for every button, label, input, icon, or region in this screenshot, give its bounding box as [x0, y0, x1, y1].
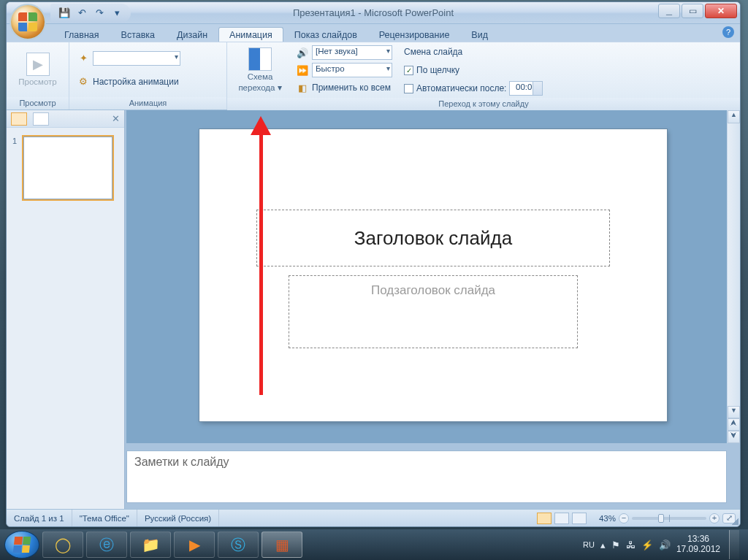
- speed-icon: ⏩: [296, 64, 309, 76]
- outline-tab-outline-icon[interactable]: [33, 112, 49, 126]
- maximize-button[interactable]: ▭: [682, 4, 703, 18]
- apply-all-icon: ◧: [296, 82, 309, 93]
- status-language[interactable]: Русский (Россия): [137, 510, 219, 526]
- preview-label: Просмотр: [18, 77, 57, 87]
- custom-animation-icon: ⚙: [77, 76, 90, 88]
- tray-date: 17.09.2012: [676, 545, 720, 555]
- apply-all-label: Применить ко всем: [312, 83, 391, 93]
- tray-flag-icon[interactable]: ⚑: [611, 540, 620, 551]
- zoom-in-icon[interactable]: +: [709, 513, 720, 523]
- taskbar-chrome-icon[interactable]: ◯: [42, 532, 83, 558]
- transition-sound-dropdown[interactable]: 🔊 [Нет звука]: [296, 45, 392, 61]
- thumbnails-close-icon[interactable]: ✕: [112, 113, 120, 124]
- taskbar-ie-icon[interactable]: ⓔ: [86, 532, 127, 558]
- advance-slide-heading: Смена слайда: [404, 44, 543, 60]
- scroll-up-icon[interactable]: ▲: [728, 110, 740, 123]
- windows-logo-icon: [13, 537, 31, 553]
- animate-icon: ✦: [77, 53, 90, 64]
- auto-after-checkbox[interactable]: Автоматически после: 00:00: [404, 80, 543, 96]
- sound-icon: 🔊: [296, 47, 309, 58]
- transition-scheme-l2: перехода ▾: [238, 83, 281, 93]
- prev-slide-icon[interactable]: ⮝: [728, 418, 740, 431]
- thumb-number: 1: [12, 137, 17, 145]
- on-click-label: По щелчку: [416, 65, 459, 75]
- preview-button[interactable]: ▶ Просмотр: [11, 45, 64, 95]
- tab-design[interactable]: Дизайн: [166, 27, 218, 42]
- slide-canvas[interactable]: Заголовок слайда Подзаголовок слайда: [199, 129, 667, 421]
- title-placeholder[interactable]: Заголовок слайда: [256, 210, 610, 266]
- group-preview: Просмотр: [7, 97, 69, 110]
- taskbar-wmp-icon[interactable]: ▶: [174, 532, 215, 558]
- scroll-down-icon[interactable]: ▼: [728, 406, 740, 418]
- redo-icon[interactable]: ↷: [93, 7, 106, 20]
- status-slide: Слайд 1 из 1: [7, 510, 72, 526]
- on-click-checkbox[interactable]: ✓ По щелчку: [404, 62, 543, 78]
- start-button[interactable]: [4, 531, 39, 559]
- undo-icon[interactable]: ↶: [75, 7, 88, 20]
- tab-slideshow[interactable]: Показ слайдов: [283, 27, 368, 42]
- tray-time: 13:36: [676, 534, 720, 545]
- transition-scheme-button[interactable]: Схема перехода ▾: [232, 45, 289, 95]
- sorter-view-icon[interactable]: [554, 513, 569, 524]
- next-slide-icon[interactable]: ⮟: [728, 431, 740, 443]
- qat-more-icon[interactable]: ▾: [110, 7, 123, 20]
- tab-review[interactable]: Рецензирование: [368, 27, 461, 42]
- group-transition: Переход к этому слайду: [227, 98, 740, 110]
- slideshow-view-icon[interactable]: [572, 513, 587, 524]
- taskbar-powerpoint-icon[interactable]: ▦: [262, 532, 302, 558]
- tab-insert[interactable]: Вставка: [110, 27, 166, 42]
- close-button[interactable]: ✕: [705, 4, 737, 18]
- apply-to-all-button[interactable]: ◧ Применить ко всем: [296, 80, 392, 96]
- transition-scheme-icon: [248, 47, 272, 71]
- tray-network-icon[interactable]: 🖧: [626, 540, 636, 551]
- vertical-scrollbar[interactable]: ▲ ▼ ⮝ ⮟: [727, 110, 740, 443]
- office-button[interactable]: [9, 4, 46, 40]
- tab-home[interactable]: Главная: [53, 27, 110, 42]
- tab-animation[interactable]: Анимация: [218, 27, 283, 42]
- outline-tab-slides-icon[interactable]: [11, 112, 27, 126]
- normal-view-icon[interactable]: [537, 513, 552, 524]
- status-theme: "Тема Office": [72, 510, 137, 526]
- auto-after-label: Автоматически после:: [416, 83, 506, 93]
- minimize-button[interactable]: ＿: [658, 4, 680, 18]
- group-animation: Анимация: [69, 97, 226, 110]
- taskbar-explorer-icon[interactable]: 📁: [130, 532, 171, 558]
- custom-animation-label: Настройка анимации: [93, 77, 179, 87]
- tray-clock[interactable]: 13:36 17.09.2012: [676, 534, 720, 555]
- transition-speed-value: Быстро: [312, 63, 392, 77]
- taskbar-skype-icon[interactable]: Ⓢ: [218, 532, 259, 558]
- preview-icon: ▶: [26, 53, 50, 76]
- subtitle-placeholder[interactable]: Подзаголовок слайда: [289, 275, 578, 348]
- custom-animation-button[interactable]: ⚙ Настройка анимации: [77, 74, 179, 90]
- transition-speed-dropdown[interactable]: ⏩ Быстро: [296, 62, 392, 78]
- resize-grip-icon[interactable]: [730, 516, 739, 525]
- zoom-out-icon[interactable]: −: [619, 513, 629, 523]
- tray-language[interactable]: RU: [583, 540, 595, 549]
- quick-access-toolbar: 💾 ↶ ↷ ▾: [50, 4, 131, 23]
- tray-up-icon[interactable]: ▴: [600, 540, 606, 551]
- slide-thumbnail[interactable]: [23, 137, 112, 199]
- auto-after-time[interactable]: 00:00: [509, 81, 543, 96]
- zoom-slider[interactable]: [632, 517, 706, 520]
- tray-battery-icon[interactable]: ⚡: [641, 540, 653, 551]
- transition-sound-value: [Нет звука]: [312, 45, 392, 60]
- animate-dropdown[interactable]: ✦: [77, 50, 180, 66]
- tab-view[interactable]: Вид: [460, 27, 499, 42]
- transition-scheme-l1: Схема: [248, 72, 273, 82]
- zoom-percent[interactable]: 43%: [599, 514, 616, 523]
- notes-pane[interactable]: Заметки к слайду: [126, 450, 727, 503]
- tray-volume-icon[interactable]: 🔊: [659, 540, 671, 551]
- show-desktop-button[interactable]: [729, 530, 739, 559]
- save-icon[interactable]: 💾: [58, 7, 71, 20]
- help-icon[interactable]: ?: [722, 26, 734, 38]
